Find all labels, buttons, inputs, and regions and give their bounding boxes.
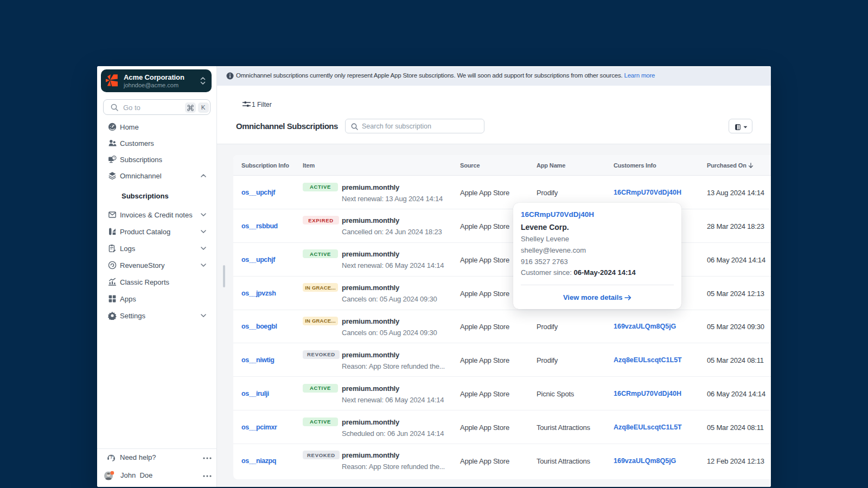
svg-text:?: ? [110,454,112,460]
